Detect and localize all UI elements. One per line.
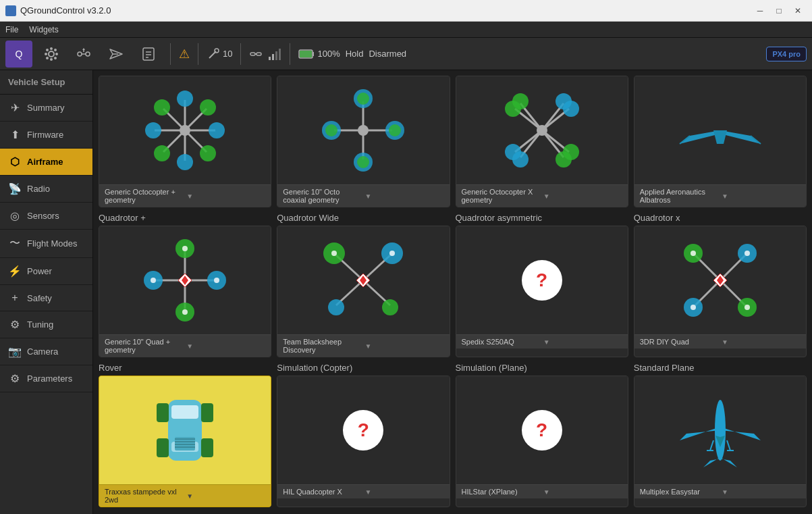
send-button[interactable] xyxy=(103,41,130,68)
airframe-content[interactable]: Generic Octocopter + geometry ▼ xyxy=(93,70,812,514)
card-sim-copter[interactable]: ? HIL Quadcopter X ▼ xyxy=(277,376,450,507)
label-quad-wide: Quadrotor Wide xyxy=(277,213,450,223)
svg-point-43 xyxy=(177,91,193,107)
card-sim-plane[interactable]: ? HILStar (XPlane) ▼ xyxy=(456,376,628,507)
svg-rect-18 xyxy=(143,48,154,60)
close-button[interactable]: ✕ xyxy=(789,4,807,18)
quad-plus-dropdown[interactable]: Generic 10" Quad + geometry ▼ xyxy=(99,334,271,357)
card-std-plane[interactable]: Multiplex Easystar ▼ xyxy=(634,376,807,507)
sidebar-item-firmware[interactable]: ⬆ Firmware xyxy=(0,122,92,149)
sidebar-item-power[interactable]: ⚡ Power xyxy=(0,258,92,285)
dropdown-arrow12: ▼ xyxy=(722,488,801,496)
gear-icon xyxy=(44,47,59,61)
safety-icon: + xyxy=(8,292,22,304)
card-octo-coaxial[interactable]: Generic 10" Octo coaxial geometry ▼ xyxy=(277,76,450,207)
svg-point-72 xyxy=(537,125,547,136)
sidebar-item-airframe[interactable]: ⬡ Airframe xyxy=(0,149,92,176)
maximize-button[interactable]: □ xyxy=(770,4,788,18)
label-quad-x: Quadrotor x xyxy=(634,213,807,223)
svg-point-117 xyxy=(691,251,696,256)
divider3 xyxy=(240,43,241,65)
svg-point-119 xyxy=(745,251,750,256)
svg-point-4 xyxy=(50,58,53,61)
sim-plane-image: ? xyxy=(456,376,628,484)
svg-point-77 xyxy=(556,93,572,109)
sim-plane-dropdown[interactable]: HILStar (XPlane) ▼ xyxy=(456,484,628,498)
unknown-marker: ? xyxy=(522,260,562,301)
sidebar-label-firmware: Firmware xyxy=(27,130,63,140)
menu-file[interactable]: File xyxy=(5,25,18,34)
parameters-icon: ⚙ xyxy=(8,372,22,385)
card-octo-plus[interactable]: Generic Octocopter + geometry ▼ xyxy=(99,76,271,207)
sidebar-item-flightmodes[interactable]: 〜 Flight Modes xyxy=(0,230,92,258)
svg-rect-131 xyxy=(157,438,169,457)
log-button[interactable] xyxy=(135,41,162,68)
sidebar-item-safety[interactable]: + Safety xyxy=(0,285,92,311)
octo-x-dropdown[interactable]: Generic Octocopter X geometry ▼ xyxy=(456,184,628,207)
card-quad-wide[interactable]: Team Blacksheep Discovery ▼ xyxy=(277,226,450,357)
sidebar-header: Vehicle Setup xyxy=(0,70,92,95)
sidebar-item-camera[interactable]: 📷 Camera xyxy=(0,338,92,365)
rover-label: Traxxas stampede vxl 2wd xyxy=(105,488,184,504)
sidebar-label-tuning: Tuning xyxy=(27,319,53,330)
sidebar-item-tuning[interactable]: ⚙ Tuning xyxy=(0,311,92,338)
minimize-button[interactable]: ─ xyxy=(751,4,769,18)
title-bar: QGroundControl v3.2.0 ─ □ ✕ xyxy=(0,0,812,22)
svg-rect-29 xyxy=(275,51,277,60)
wrench-icon xyxy=(207,47,220,61)
card-albatross[interactable]: Applied Aeronautics Albatross ▼ xyxy=(634,76,807,207)
sidebar-label-summary: Summary xyxy=(27,103,65,113)
octo-coaxial-svg xyxy=(319,86,407,174)
svg-point-120 xyxy=(691,305,696,310)
svg-point-2 xyxy=(49,51,54,57)
card-octo-x[interactable]: Generic Octocopter X geometry ▼ xyxy=(456,76,628,207)
std-plane-dropdown[interactable]: Multiplex Easystar ▼ xyxy=(634,484,806,498)
sim-plane-label: HILStar (XPlane) xyxy=(462,488,541,496)
flightmodes-icon: 〜 xyxy=(8,236,22,251)
sidebar-item-radio[interactable]: 📡 Radio xyxy=(0,176,92,203)
unknown-marker3: ? xyxy=(522,410,562,451)
quad-asym-dropdown[interactable]: Spedix S250AQ ▼ xyxy=(456,334,628,349)
svg-point-79 xyxy=(505,101,521,117)
sidebar-label-camera: Camera xyxy=(27,346,58,357)
summary-icon: ✈ xyxy=(8,101,22,114)
battery-value: 100% xyxy=(317,49,340,59)
svg-point-93 xyxy=(151,278,156,283)
signal-bars-icon xyxy=(268,47,281,61)
sidebar-item-sensors[interactable]: ◎ Sensors xyxy=(0,203,92,230)
rover-dropdown[interactable]: Traxxas stampede vxl 2wd ▼ xyxy=(99,484,271,507)
link-status xyxy=(249,47,263,61)
octo-x-svg xyxy=(498,86,586,174)
radio-icon: 📡 xyxy=(8,182,22,195)
signal-status: 10 xyxy=(207,47,232,61)
home-button[interactable]: Q xyxy=(5,41,32,68)
albatross-dropdown[interactable]: Applied Aeronautics Albatross ▼ xyxy=(634,184,806,207)
label-sim-copter: Simulation (Copter) xyxy=(277,363,450,373)
octo-plus-dropdown[interactable]: Generic Octocopter + geometry ▼ xyxy=(99,184,271,207)
sim-copter-dropdown[interactable]: HIL Quadcopter X ▼ xyxy=(277,484,449,498)
menu-widgets[interactable]: Widgets xyxy=(29,25,58,34)
power-icon: ⚡ xyxy=(8,265,22,278)
sidebar-item-parameters[interactable]: ⚙ Parameters xyxy=(0,365,92,392)
sidebar-item-summary[interactable]: ✈ Summary xyxy=(0,95,92,122)
svg-point-103 xyxy=(328,299,344,315)
battery-status: 100% xyxy=(298,49,340,59)
rover-svg xyxy=(151,386,219,474)
card-quad-asym[interactable]: ? Spedix S250AQ ▼ xyxy=(456,226,628,357)
dropdown-arrow4: ▼ xyxy=(722,192,801,200)
window-controls: ─ □ ✕ xyxy=(751,4,807,18)
card-rover[interactable]: Traxxas stampede vxl 2wd ▼ xyxy=(99,376,271,507)
waypoints-button[interactable] xyxy=(70,41,97,68)
svg-rect-25 xyxy=(256,53,261,55)
svg-point-9 xyxy=(54,49,57,51)
quad-x-dropdown[interactable]: 3DR DIY Quad ▼ xyxy=(634,334,806,349)
menu-bar: File Widgets xyxy=(0,22,812,38)
octo-coaxial-dropdown[interactable]: Generic 10" Octo coaxial geometry ▼ xyxy=(277,184,449,207)
card-quad-plus[interactable]: Generic 10" Quad + geometry ▼ xyxy=(99,226,271,357)
warning-icon[interactable]: ⚠ xyxy=(179,47,190,61)
svg-rect-28 xyxy=(272,54,274,60)
quad-wide-dropdown[interactable]: Team Blacksheep Discovery ▼ xyxy=(277,334,449,357)
card-quad-x[interactable]: 3DR DIY Quad ▼ xyxy=(634,226,807,357)
svg-point-8 xyxy=(54,57,57,59)
settings-button[interactable] xyxy=(38,41,65,68)
